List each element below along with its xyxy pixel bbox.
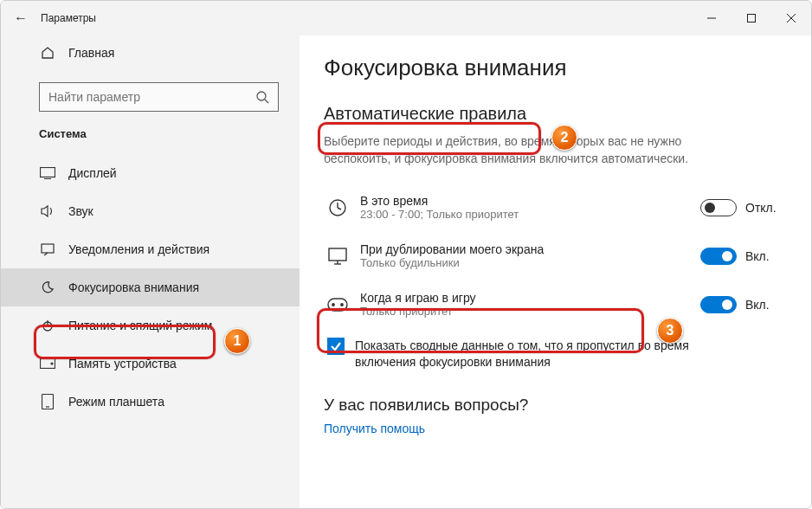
sound-icon [39, 203, 56, 220]
sidebar-item-label: Режим планшета [68, 395, 164, 409]
rule-title: Когда я играю в игру [360, 291, 700, 305]
rule-title: При дублировании моего экрана [360, 242, 700, 256]
display-icon [39, 164, 56, 182]
rule-during-hours[interactable]: В это время 23:00 - 7:00; Только приорит… [324, 184, 787, 232]
sidebar-item-label: Фокусировка внимания [68, 280, 199, 294]
storage-icon [39, 355, 56, 372]
search-icon [255, 90, 269, 104]
toggle-state: Вкл. [745, 298, 770, 312]
sidebar-item-label: Дисплей [68, 166, 117, 180]
back-button[interactable]: ← [1, 10, 41, 26]
close-button[interactable] [771, 1, 811, 35]
sidebar-item-tablet[interactable]: Режим планшета [1, 383, 300, 421]
page-title: Фокусировка внимания [324, 55, 787, 81]
svg-rect-22 [328, 299, 347, 311]
sidebar-item-power[interactable]: Питание и спящий режим [1, 306, 300, 345]
power-icon [39, 317, 56, 334]
home-label: Главная [68, 46, 114, 60]
search-box[interactable] [39, 82, 279, 112]
sidebar-item-notifications[interactable]: Уведомления и действия [1, 230, 300, 268]
sidebar-item-label: Уведомления и действия [68, 242, 209, 256]
svg-rect-6 [41, 168, 55, 177]
summary-checkbox-row[interactable]: Показать сводные данные о том, что я про… [327, 338, 787, 371]
toggle-game[interactable] [700, 296, 737, 313]
minimize-button[interactable] [692, 1, 731, 35]
svg-line-5 [265, 100, 268, 103]
svg-rect-8 [42, 244, 54, 253]
notification-icon [39, 241, 56, 258]
maximize-button[interactable] [731, 1, 771, 35]
sidebar-item-focus-assist[interactable]: Фокусировка внимания [1, 268, 300, 306]
toggle-hours[interactable] [700, 199, 737, 216]
rule-subtitle: Только приоритет [360, 305, 700, 318]
svg-line-18 [338, 208, 341, 209]
rule-duplicating-display[interactable]: При дублировании моего экрана Только буд… [324, 232, 787, 280]
category-header: Система [1, 127, 300, 145]
rule-subtitle: 23:00 - 7:00; Только приоритет [360, 208, 700, 221]
home-nav[interactable]: Главная [1, 35, 300, 70]
window-title: Параметры [41, 12, 96, 24]
sidebar: Главная Система Дисплей Звук Уведомления… [1, 35, 300, 509]
section-title: Автоматические правила [324, 104, 526, 124]
toggle-state: Вкл. [745, 249, 770, 263]
home-icon [39, 44, 56, 61]
toggle-display[interactable] [700, 248, 737, 265]
rule-title: В это время [360, 194, 700, 208]
clock-icon [324, 198, 351, 217]
summary-checkbox[interactable] [327, 338, 345, 355]
svg-rect-1 [748, 15, 756, 23]
help-link[interactable]: Получить помощь [324, 422, 787, 435]
titlebar: ← Параметры [1, 1, 811, 35]
svg-point-13 [51, 363, 53, 364]
section-desc: Выберите периоды и действия, во время ко… [324, 132, 696, 168]
sidebar-item-storage[interactable]: Память устройства [1, 345, 300, 383]
search-input[interactable] [48, 90, 255, 104]
gamepad-icon [324, 298, 351, 312]
sidebar-item-label: Память устройства [68, 357, 177, 370]
svg-point-4 [257, 92, 266, 100]
moon-icon [39, 279, 56, 296]
monitor-icon [324, 248, 351, 265]
sidebar-item-sound[interactable]: Звук [1, 192, 300, 230]
rule-playing-game[interactable]: Когда я играю в игру Только приоритет Вк… [324, 280, 787, 329]
svg-rect-19 [329, 248, 346, 261]
questions-title: У вас появились вопросы? [324, 396, 787, 415]
content-area: Фокусировка внимания Автоматические прав… [300, 35, 811, 509]
tablet-icon [39, 393, 56, 410]
svg-point-24 [341, 303, 343, 305]
toggle-state: Откл. [745, 201, 777, 215]
svg-point-23 [332, 303, 334, 305]
sidebar-item-label: Питание и спящий режим [68, 319, 212, 332]
summary-checkbox-label: Показать сводные данные о том, что я про… [355, 338, 701, 371]
sidebar-item-display[interactable]: Дисплей [1, 154, 300, 192]
sidebar-item-label: Звук [68, 204, 93, 218]
rule-subtitle: Только будильники [360, 256, 700, 269]
